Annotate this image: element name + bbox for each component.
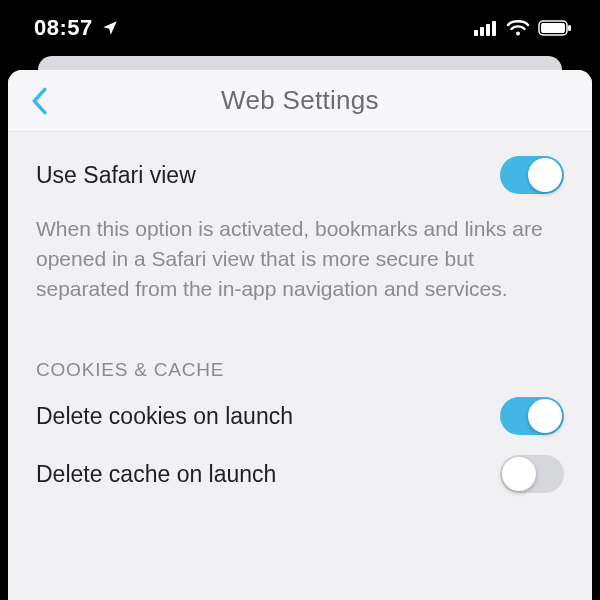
use-safari-view-toggle[interactable]: [500, 156, 564, 194]
cellular-signal-icon: [474, 20, 498, 36]
svg-rect-2: [486, 24, 490, 36]
delete-cookies-toggle[interactable]: [500, 397, 564, 435]
settings-card: Web Settings Use Safari view When this o…: [8, 70, 592, 600]
svg-rect-7: [568, 25, 571, 31]
status-bar: 08:57: [0, 0, 600, 56]
toggle-knob: [528, 399, 562, 433]
svg-rect-1: [480, 27, 484, 36]
page-title: Web Settings: [221, 85, 379, 116]
nav-header: Web Settings: [8, 70, 592, 132]
clock-time: 08:57: [34, 15, 93, 41]
svg-point-4: [516, 32, 520, 36]
back-button[interactable]: [30, 87, 48, 115]
toggle-knob: [528, 158, 562, 192]
settings-content: Use Safari view When this option is acti…: [8, 132, 592, 503]
svg-rect-6: [541, 23, 565, 33]
use-safari-view-row: Use Safari view: [36, 132, 564, 208]
location-arrow-icon: [101, 19, 119, 37]
chevron-left-icon: [30, 87, 48, 115]
delete-cookies-row: Delete cookies on launch: [36, 387, 564, 445]
status-bar-right: [474, 19, 572, 37]
modal-card-stack: Web Settings Use Safari view When this o…: [0, 56, 600, 600]
status-bar-left: 08:57: [34, 15, 119, 41]
delete-cache-row: Delete cache on launch: [36, 445, 564, 503]
use-safari-view-description: When this option is activated, bookmarks…: [36, 208, 564, 315]
battery-icon: [538, 20, 572, 36]
toggle-knob: [502, 457, 536, 491]
svg-rect-0: [474, 30, 478, 36]
section-header-cookies-cache: COOKIES & CACHE: [36, 315, 564, 387]
delete-cache-toggle[interactable]: [500, 455, 564, 493]
wifi-icon: [506, 19, 530, 37]
svg-rect-3: [492, 21, 496, 36]
delete-cookies-label: Delete cookies on launch: [36, 403, 293, 430]
use-safari-view-label: Use Safari view: [36, 162, 196, 189]
delete-cache-label: Delete cache on launch: [36, 461, 276, 488]
